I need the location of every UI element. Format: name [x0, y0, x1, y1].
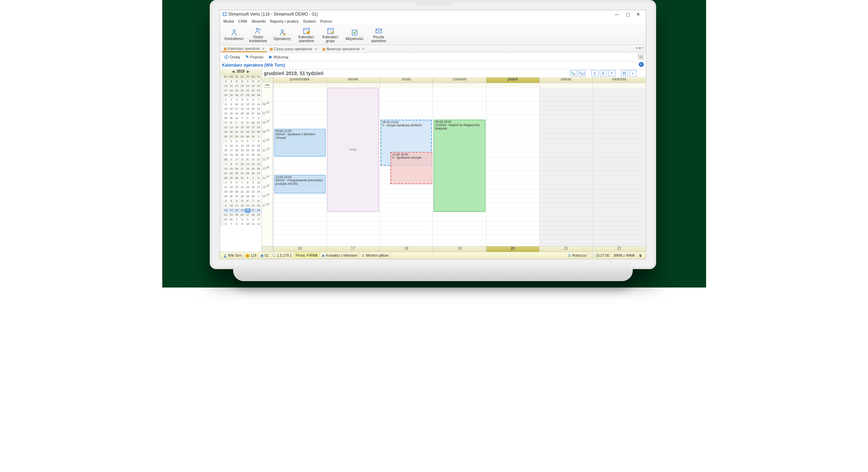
- day-column[interactable]: 09:00-12:009/2019 - Spotkanie z klientem…: [273, 88, 326, 246]
- minical-row[interactable]: 891011121314: [220, 102, 261, 107]
- view-timeline-button[interactable]: ≡: [630, 70, 637, 76]
- minical-row[interactable]: 2627282930311: [220, 135, 261, 139]
- ribbon-poczta[interactable]: Pocztaoperatora: [367, 26, 391, 44]
- minical-row[interactable]: 45678910: [220, 181, 261, 185]
- day-header[interactable]: poniedziałek: [273, 77, 326, 83]
- tab-item[interactable]: ▦Absencje operatorów✕: [320, 46, 367, 52]
- day-header[interactable]: czwartek: [433, 77, 486, 83]
- allday-cell[interactable]: [379, 83, 433, 88]
- minical-row[interactable]: 9101112131415: [220, 144, 261, 148]
- menu-system[interactable]: System: [301, 19, 317, 24]
- menu-crm[interactable]: CRM: [237, 19, 248, 24]
- minical-row[interactable]: 23242526272829: [220, 153, 261, 158]
- calendar-grid[interactable]: 09:00-12:009/2019 - Spotkanie z klientem…: [273, 88, 646, 246]
- calendar-event[interactable]: Urlop: [327, 88, 379, 212]
- calendar-event[interactable]: 09:00-12:009/2019 - Spotkanie z klientem…: [274, 129, 326, 157]
- allday-cell[interactable]: [433, 83, 486, 88]
- window-min[interactable]: —: [612, 12, 622, 17]
- zoom-out-button[interactable]: 🔍-: [570, 70, 577, 76]
- minical-row[interactable]: 10111213141516: [220, 84, 261, 89]
- minical-row[interactable]: 567891011: [220, 121, 261, 125]
- minical-row[interactable]: 78910111213: [220, 162, 261, 167]
- year-prev[interactable]: ◀: [232, 70, 235, 73]
- zoom-in-button[interactable]: 🔍+: [579, 70, 586, 76]
- minical-row[interactable]: 17181920212223: [220, 89, 261, 93]
- minical-row[interactable]: 3456789: [220, 79, 261, 84]
- minical-row[interactable]: 23242526272829: [220, 213, 261, 217]
- allday-cell[interactable]: [592, 83, 646, 88]
- day-column[interactable]: [592, 88, 646, 246]
- minical-row[interactable]: 9101112131415: [220, 204, 261, 208]
- calendar-event[interactable]: 08:00-18:0010/2019 - Wyjazd do Magazynów…: [434, 120, 485, 212]
- day-column[interactable]: Urlop: [326, 88, 379, 246]
- minical-row[interactable]: 14151617181920: [220, 167, 261, 171]
- info-icon[interactable]: i: [639, 62, 644, 67]
- minical-row[interactable]: 2345678: [220, 139, 261, 144]
- minical-row[interactable]: 22232425262728: [220, 112, 261, 116]
- edit-button[interactable]: ✎Popraw: [243, 54, 266, 60]
- minical-row[interactable]: 1234567: [220, 98, 261, 102]
- tab-close[interactable]: ✕: [262, 47, 265, 51]
- allday-cell[interactable]: [326, 83, 379, 88]
- minical-row[interactable]: 15161718192021: [220, 107, 261, 112]
- day-column[interactable]: [539, 88, 592, 246]
- minical-row[interactable]: 16171819202122: [220, 208, 261, 213]
- menu-raporty[interactable]: Raporty i analizy: [269, 19, 300, 24]
- tab-item[interactable]: ▦Kalendarz operatora✕: [221, 46, 267, 52]
- menu-modul[interactable]: Moduł: [222, 19, 236, 24]
- day-column[interactable]: [486, 88, 539, 246]
- year-next[interactable]: ▶: [247, 70, 249, 73]
- minical-row[interactable]: 19202122232425: [220, 130, 261, 135]
- minical-row[interactable]: 6789101112: [220, 222, 261, 227]
- day-column[interactable]: 08:00-18:0010/2019 - Wyjazd do Magazynów…: [433, 88, 486, 246]
- tab-close[interactable]: ✕: [362, 47, 365, 51]
- view-workweek-button[interactable]: 5: [600, 70, 607, 76]
- ribbon-kalgr[interactable]: Kalendarzgrupy: [319, 26, 343, 44]
- tab-item[interactable]: ▦Czasy pracy operatorów✕: [267, 46, 319, 52]
- minical-row[interactable]: 11121314151617: [220, 185, 261, 190]
- day-header[interactable]: piątek: [486, 77, 539, 83]
- minical-row[interactable]: 2345678: [220, 199, 261, 204]
- ribbon-osoby[interactable]: Osobykontaktowe: [246, 26, 270, 44]
- minical-row[interactable]: 303112345: [220, 217, 261, 222]
- day-column[interactable]: 08:00-13:000 - Wizyta handlowa NORDIS11:…: [379, 88, 433, 246]
- minical-row[interactable]: 12131415161718: [220, 125, 261, 130]
- day-header[interactable]: sobota: [539, 77, 592, 83]
- minical-row[interactable]: 2930311234: [220, 116, 261, 121]
- ribbon-kalop[interactable]: Kalendarzoperatora: [294, 26, 319, 44]
- tabstrip-controls[interactable]: ◄ ▶ ▾: [635, 46, 644, 50]
- run-button[interactable]: ▶Wykonaj: [266, 54, 291, 60]
- date-footer[interactable]: 16: [273, 246, 326, 252]
- window-max[interactable]: ▢: [622, 12, 633, 17]
- view-day-button[interactable]: 1: [591, 70, 598, 76]
- menu-slowniki[interactable]: Słowniki: [250, 19, 267, 24]
- date-footer[interactable]: 21: [539, 246, 592, 252]
- date-footer[interactable]: 20: [486, 246, 539, 252]
- view-month-button[interactable]: 31: [621, 70, 628, 76]
- day-header[interactable]: wtorek: [326, 77, 379, 83]
- date-footer[interactable]: 17: [326, 246, 379, 252]
- allday-cell[interactable]: [273, 83, 326, 88]
- ribbon-operatorzy[interactable]: Operatorzy: [270, 26, 294, 44]
- day-header[interactable]: niedziela: [592, 77, 646, 83]
- allday-cell[interactable]: [539, 83, 592, 88]
- ribbon-aktyw[interactable]: Aktywności: [343, 26, 367, 44]
- minical-row[interactable]: 21222324252627: [220, 171, 261, 176]
- status-trash[interactable]: 🗑: [637, 252, 644, 259]
- date-footer[interactable]: 22: [592, 246, 646, 252]
- minical-row[interactable]: 28293031123: [220, 176, 261, 181]
- calendar-event[interactable]: 14:00-16:008/2019 - Przygotowanie prezen…: [274, 175, 326, 193]
- window-close[interactable]: ✕: [633, 12, 644, 17]
- tab-close[interactable]: ✕: [314, 47, 317, 51]
- day-header[interactable]: środa: [379, 77, 433, 83]
- view-week-button[interactable]: 7: [608, 70, 615, 76]
- allday-cell[interactable]: [486, 83, 539, 88]
- menu-pomoc[interactable]: Pomoc: [319, 19, 334, 24]
- minical-row[interactable]: 16171819202122: [220, 148, 261, 153]
- minical-row[interactable]: 18192021222324: [220, 190, 261, 194]
- minical-row[interactable]: 30123456: [220, 158, 261, 162]
- minical-row[interactable]: 2526272829301: [220, 194, 261, 199]
- hamburger-button[interactable]: [638, 54, 644, 59]
- minical-row[interactable]: 24252627282930: [220, 93, 261, 98]
- date-footer[interactable]: 19: [433, 246, 486, 252]
